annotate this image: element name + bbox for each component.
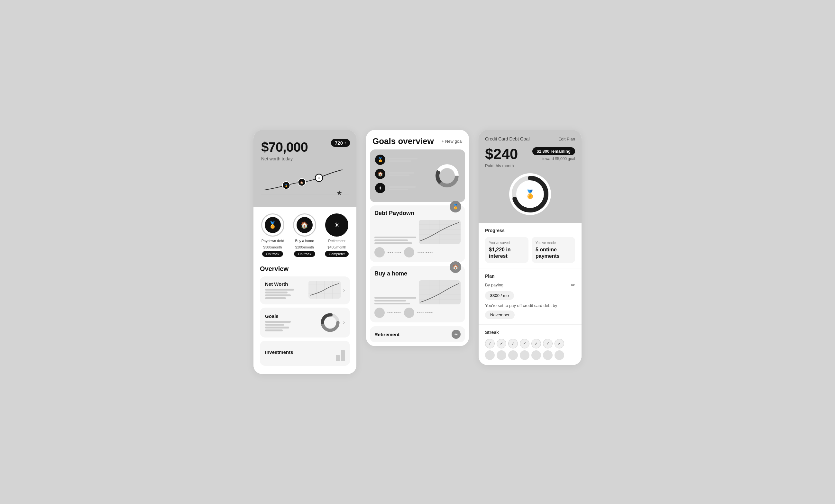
home-chart-area — [374, 280, 461, 304]
p3-progress-label: Progress — [485, 228, 575, 233]
star-icon: ★ — [337, 189, 342, 197]
debt-avatar1 — [374, 247, 385, 257]
debt-mini-chart — [419, 220, 461, 244]
p2-goal3-text — [389, 186, 431, 190]
retire-label: Retirement — [328, 238, 345, 243]
hl2 — [374, 300, 406, 301]
p3-card-title: Credit Card Debt Goal — [485, 136, 530, 142]
line2 — [265, 324, 284, 326]
net-worth-chevron: › — [343, 287, 345, 293]
net-worth-card-right: › — [308, 281, 345, 300]
streak-dot-7: ✓ — [554, 339, 564, 349]
p3-body: Progress You've saved $1,220 in interest… — [478, 223, 582, 365]
streak-dot-12 — [531, 350, 541, 360]
retire-peek-icon: ☀ — [452, 330, 461, 339]
dl3 — [374, 243, 412, 244]
buy-home-card: 🏠 Buy a home — [370, 266, 465, 322]
p1-net-worth: $70,000 — [261, 140, 308, 155]
home-amount: $200/month — [295, 245, 314, 249]
p2-goal-3: ☀ — [375, 183, 431, 193]
streak-dot-9 — [496, 350, 506, 360]
goal-home: 🏠 Buy a home $200/month On track — [293, 213, 316, 256]
saved-value: $1,220 in interest — [489, 247, 525, 259]
streak-dot-3: ✓ — [508, 339, 518, 349]
made-label: You've made — [535, 241, 571, 245]
p3-remaining-badge: $2,800 remaining — [532, 147, 575, 155]
p3-progress-section: Progress You've saved $1,220 in interest… — [478, 223, 582, 268]
p3-plan-section: Plan By paying ✏ $300 / mo You're set to… — [478, 268, 582, 324]
goals-chevron: › — [343, 319, 345, 325]
retire-status: Complete! — [325, 251, 349, 257]
goal1-lines — [389, 158, 431, 162]
bar1 — [336, 355, 340, 361]
line4 — [265, 330, 283, 331]
home-ring: 🏠 — [293, 213, 316, 236]
line3 — [265, 327, 289, 329]
p3-edit-icon[interactable]: ✏ — [571, 282, 575, 288]
p2-goal2-icon: 🏠 — [375, 169, 385, 179]
p3-amount-col: $240 Paid this month — [485, 145, 518, 168]
score-value: 720 — [335, 140, 343, 146]
investments-title: Investments — [265, 350, 336, 355]
p3-plan-label: Plan — [485, 274, 575, 279]
mini-chart — [308, 281, 341, 300]
goal-retire: ☀ Retirement $400/month Complete! — [325, 213, 349, 256]
phone-2: Goals overview + New goal 🏅 🏠 — [366, 130, 469, 346]
debt-avatar-text1: ~~~ ~~~~ — [387, 251, 402, 254]
streak-dot-10 — [508, 350, 518, 360]
dl1 — [374, 236, 416, 238]
p3-streak-label: Streak — [485, 330, 575, 335]
p3-header: Credit Card Debt Goal Edit Plan $240 Pai… — [478, 130, 582, 223]
goal-paydown: 🏅 Paydown debt $300/month On track — [261, 213, 284, 256]
debt-avatar-text2: ~~~~ ~~~~ — [417, 251, 433, 254]
goals-card-right: › — [320, 312, 345, 333]
g1l1 — [389, 158, 418, 160]
svg-text:🏠: 🏠 — [300, 181, 303, 184]
p3-saved-card: You've saved $1,220 in interest — [485, 237, 528, 262]
p2-goal-1: 🏅 — [375, 154, 431, 165]
retire-amount: $400/month — [327, 245, 346, 249]
p1-overview: Overview Net Worth — [253, 260, 357, 374]
hl1 — [374, 297, 416, 299]
p3-edit-plan-btn[interactable]: Edit Plan — [558, 136, 575, 142]
g3l2 — [389, 189, 408, 190]
debt-paydown-card: 🏅 Debt Paydown — [370, 205, 465, 262]
investments-card[interactable]: Investments — [260, 341, 350, 366]
p3-by-paying-row: By paying ✏ — [485, 282, 575, 288]
paydown-ring: 🏅 — [261, 213, 284, 236]
p1-chart: 🏅 🏠 ☀ ★ — [261, 165, 349, 197]
streak-dot-11 — [520, 350, 529, 360]
streak-dot-2: ✓ — [496, 339, 506, 349]
line1 — [265, 289, 294, 291]
p3-amount: $240 — [485, 145, 518, 163]
streak-dot-13 — [543, 350, 553, 360]
net-worth-lines — [265, 289, 308, 299]
arrow-up-icon: ↑ — [344, 141, 346, 145]
p3-donut-area: 🏅 — [485, 173, 575, 215]
home-avatar-text2: ~~~~ ~~~~ — [417, 311, 433, 315]
mini-bars — [336, 345, 345, 361]
goals-lines — [265, 321, 320, 331]
net-worth-title: Net Worth — [265, 281, 308, 287]
p3-payoff-text: You're set to pay off credit card debt b… — [485, 303, 575, 308]
line3 — [265, 294, 291, 296]
p2-goal1-icon: 🏅 — [375, 154, 385, 165]
p2-donut-area — [434, 154, 460, 197]
debt-lines — [374, 236, 416, 244]
line2 — [265, 292, 288, 293]
g2l1 — [389, 172, 414, 173]
p2-goals-list: 🏅 🏠 — [375, 154, 431, 197]
goals-card[interactable]: Goals — [260, 308, 350, 337]
net-worth-card[interactable]: Net Worth — [260, 276, 350, 304]
goals-card-left: Goals — [265, 313, 320, 331]
p1-subtitle: Net worth today — [261, 156, 308, 161]
buy-home-title: Buy a home — [374, 270, 461, 277]
dl2 — [374, 239, 408, 241]
home-status: On track — [294, 251, 315, 257]
p2-goal2-text — [389, 172, 431, 176]
p2-new-goal-btn[interactable]: + New goal — [442, 139, 463, 144]
p3-streak-grid: ✓ ✓ ✓ ✓ ✓ ✓ ✓ — [485, 339, 575, 360]
p3-month-pill: November — [485, 311, 515, 319]
goal3-lines — [389, 186, 431, 190]
paydown-amount: $300/month — [263, 245, 282, 249]
